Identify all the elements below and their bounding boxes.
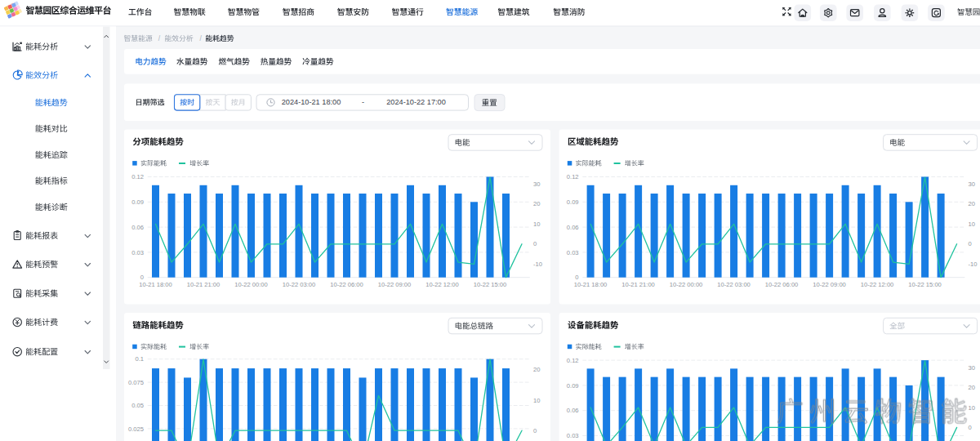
svg-text:10-22 00:00: 10-22 00:00: [670, 281, 703, 288]
svg-text:0.03: 0.03: [567, 432, 579, 439]
svg-text:10-22 06:00: 10-22 06:00: [765, 281, 799, 288]
svg-text:0: 0: [533, 427, 537, 434]
svg-text:-10: -10: [533, 261, 542, 268]
svg-text:0.05: 0.05: [131, 402, 144, 409]
svg-text:10-22 06:00: 10-22 06:00: [330, 281, 363, 288]
svg-text:10-22 09:00: 10-22 09:00: [378, 281, 412, 288]
svg-text:10-21 18:00: 10-21 18:00: [574, 281, 608, 288]
svg-text:-10: -10: [969, 261, 978, 268]
svg-text:20: 20: [533, 200, 540, 207]
svg-text:2024-10-22 17:00: 2024-10-22 17:00: [386, 98, 446, 106]
svg-text:10: 10: [533, 397, 540, 404]
svg-text:2024-10-21 18:00: 2024-10-21 18:00: [282, 98, 341, 106]
svg-text:0.12: 0.12: [131, 173, 144, 180]
svg-text:20: 20: [533, 366, 540, 373]
svg-text:0: 0: [140, 274, 144, 281]
svg-text:10: 10: [533, 220, 540, 228]
svg-text:10-22 03:00: 10-22 03:00: [283, 281, 316, 288]
svg-text:10-22 12:00: 10-22 12:00: [861, 281, 894, 288]
svg-text:30: 30: [969, 364, 975, 372]
svg-text:0: 0: [575, 274, 578, 281]
svg-text:30: 30: [533, 180, 540, 188]
svg-text:0.12: 0.12: [567, 173, 579, 180]
svg-text:10: 10: [969, 404, 975, 412]
svg-text:10-22 15:00: 10-22 15:00: [908, 281, 942, 288]
svg-text:10-22 12:00: 10-22 12:00: [425, 281, 459, 288]
svg-text:20: 20: [969, 384, 975, 391]
svg-text:0.12: 0.12: [567, 357, 579, 364]
svg-text:0.06: 0.06: [131, 224, 144, 231]
svg-text:10-22 03:00: 10-22 03:00: [717, 281, 751, 288]
svg-text:0.09: 0.09: [567, 382, 579, 390]
svg-text:10-21 21:00: 10-21 21:00: [621, 281, 655, 288]
svg-text:10-21 21:00: 10-21 21:00: [187, 281, 220, 288]
svg-text:0.075: 0.075: [128, 379, 144, 386]
svg-text:10-22 15:00: 10-22 15:00: [474, 281, 507, 288]
svg-text:10: 10: [969, 220, 975, 228]
svg-text:0.09: 0.09: [567, 198, 579, 206]
svg-text:10-22 09:00: 10-22 09:00: [813, 281, 846, 288]
svg-text:10-21 18:00: 10-21 18:00: [139, 281, 172, 288]
svg-text:0.03: 0.03: [131, 249, 144, 256]
svg-text:30: 30: [969, 180, 975, 188]
svg-text:0.1: 0.1: [135, 355, 144, 363]
svg-text:0.06: 0.06: [567, 224, 579, 231]
svg-text:0.06: 0.06: [567, 407, 579, 414]
svg-text:20: 20: [969, 200, 975, 207]
svg-text:10-22 00:00: 10-22 00:00: [234, 281, 268, 288]
svg-text:0.09: 0.09: [131, 198, 144, 206]
svg-text:0: 0: [969, 240, 972, 247]
svg-text:0: 0: [533, 240, 537, 247]
svg-text:0.03: 0.03: [567, 249, 579, 256]
svg-text:0.025: 0.025: [128, 425, 144, 433]
svg-text:-: -: [362, 98, 364, 106]
svg-text:0: 0: [969, 424, 972, 431]
